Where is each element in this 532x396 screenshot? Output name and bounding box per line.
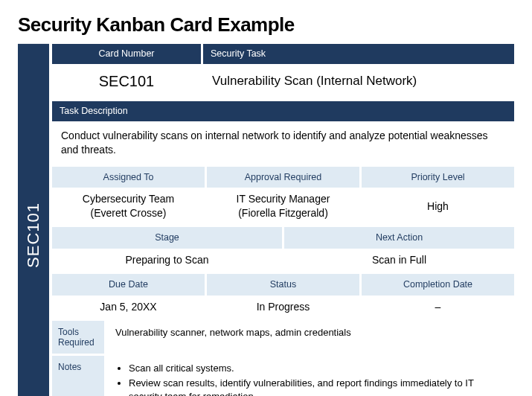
assigned-to-line1: Cybersecurity Team bbox=[60, 192, 197, 206]
value-approval-required: IT Security Manager (Fiorella Fitzgerald… bbox=[207, 188, 359, 225]
value-status: In Progress bbox=[207, 296, 359, 319]
approval-line1: IT Security Manager bbox=[214, 192, 352, 206]
header-due-date: Due Date bbox=[52, 274, 205, 296]
page-title: Security Kanban Card Example bbox=[18, 13, 514, 36]
header-priority-level: Priority Level bbox=[362, 167, 514, 188]
value-security-task: Vulnerability Scan (Internal Network) bbox=[203, 64, 514, 99]
header-completion-date: Completion Date bbox=[362, 274, 514, 296]
header-approval-required: Approval Required bbox=[207, 167, 359, 188]
label-notes: Notes bbox=[52, 356, 104, 396]
value-assigned-to: Cybersecurity Team (Everett Crosse) bbox=[52, 188, 205, 225]
value-card-number: SEC101 bbox=[52, 64, 201, 99]
header-next-action: Next Action bbox=[284, 227, 514, 249]
value-stage: Preparing to Scan bbox=[52, 249, 282, 272]
header-task-description: Task Description bbox=[52, 101, 514, 121]
value-due-date: Jan 5, 20XX bbox=[52, 296, 205, 319]
approval-line2: (Fiorella Fitzgerald) bbox=[214, 206, 352, 220]
value-next-action: Scan in Full bbox=[284, 249, 514, 272]
value-task-description: Conduct vulnerability scans on internal … bbox=[52, 121, 514, 165]
side-tab-card-id: SEC101 bbox=[18, 44, 49, 396]
card-body: Card Number Security Task SEC101 Vulnera… bbox=[52, 44, 514, 396]
header-status: Status bbox=[207, 274, 359, 296]
header-stage: Stage bbox=[52, 227, 282, 249]
value-tools-required: Vulnerability scanner, network maps, adm… bbox=[106, 321, 514, 354]
header-card-number-label: Card Number bbox=[52, 44, 201, 64]
header-assigned-to: Assigned To bbox=[52, 167, 205, 188]
value-notes: Scan all critical systems.Review scan re… bbox=[106, 356, 514, 396]
kanban-card: SEC101 Card Number Security Task SEC101 … bbox=[18, 44, 514, 396]
value-completion-date: – bbox=[362, 296, 514, 319]
notes-item: Review scan results, identify vulnerabil… bbox=[129, 377, 505, 396]
notes-item: Scan all critical systems. bbox=[129, 362, 505, 375]
value-priority: High bbox=[362, 188, 514, 225]
assigned-to-line2: (Everett Crosse) bbox=[60, 206, 197, 220]
label-tools-required: Tools Required bbox=[52, 321, 104, 354]
header-security-task-label: Security Task bbox=[203, 44, 514, 64]
